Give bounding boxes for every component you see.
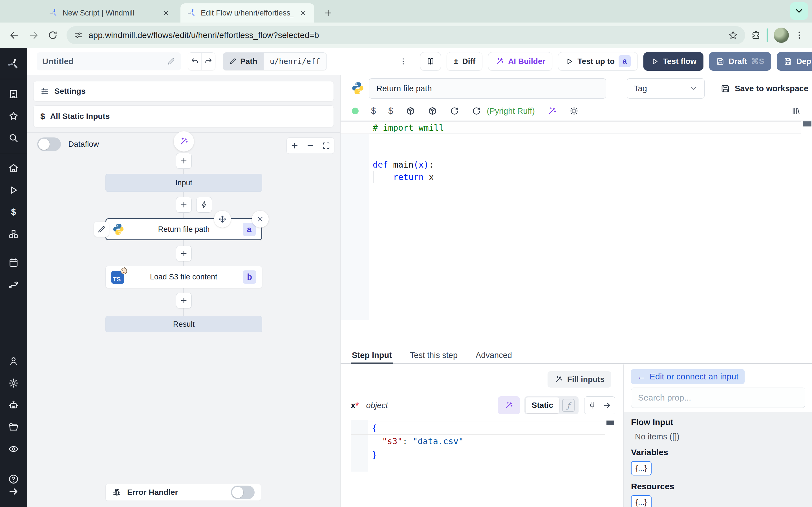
static-mode-button[interactable]: Static — [525, 397, 559, 413]
flow-name-field[interactable]: Untitled — [37, 52, 181, 70]
docs-button[interactable] — [420, 52, 441, 71]
arrow-right-icon[interactable] — [600, 397, 615, 414]
edit-name-pencil-icon[interactable] — [167, 57, 175, 66]
tag-select[interactable]: Tag — [627, 78, 705, 99]
tab-close-icon[interactable] — [298, 8, 308, 18]
json-content[interactable]: { "s3": "data.csv"} — [372, 421, 605, 462]
add-trigger-button[interactable] — [196, 197, 212, 213]
library-icon[interactable] — [791, 106, 801, 116]
more-options-icon[interactable] — [397, 52, 409, 70]
test-up-to-button[interactable]: Test up to a — [558, 52, 638, 71]
all-static-inputs-row[interactable]: $ All Static Inputs — [33, 105, 334, 127]
zoom-in-icon[interactable] — [287, 138, 303, 154]
windmill-logo-icon[interactable] — [7, 58, 20, 70]
sidebar-item-home[interactable] — [7, 162, 20, 174]
save-to-workspace-button[interactable]: Save to workspace — [721, 80, 808, 96]
sidebar-item-runs[interactable] — [7, 184, 20, 196]
lint-status[interactable]: (Pyright Ruff) — [487, 107, 535, 116]
result-node[interactable]: Result — [105, 316, 262, 332]
help-icon[interactable] — [7, 473, 20, 485]
scrollbar-thumb[interactable] — [803, 121, 811, 126]
gear-icon[interactable] — [7, 377, 20, 389]
add-step-button[interactable] — [176, 293, 192, 308]
tab-search-button[interactable] — [790, 2, 808, 20]
path-group[interactable]: Path u/henri/eff — [223, 52, 327, 70]
tab-close-icon[interactable] — [161, 8, 171, 18]
settings-row[interactable]: Settings — [33, 81, 334, 101]
edit-step-pencil-icon[interactable] — [94, 222, 109, 237]
ai-flow-wand-button[interactable] — [174, 131, 194, 152]
sidebar-item-resources[interactable] — [7, 228, 20, 240]
error-handler-row[interactable]: Error Handler — [105, 484, 261, 501]
collapse-sidebar-icon[interactable] — [7, 485, 20, 498]
test-flow-button[interactable]: Test flow — [644, 52, 703, 71]
back-icon[interactable] — [6, 27, 22, 43]
tab-new-script[interactable]: New Script | Windmill — [42, 3, 177, 22]
editor-settings-gear-icon[interactable] — [569, 106, 579, 116]
package-icon[interactable] — [428, 106, 437, 116]
ai-wand-icon[interactable] — [547, 106, 557, 116]
variables-icon[interactable]: $ — [388, 106, 393, 116]
assets-icon[interactable]: $ — [371, 106, 376, 116]
zoom-out-icon[interactable] — [303, 138, 318, 154]
tab-test-this-step[interactable]: Test this step — [409, 347, 459, 363]
error-handler-toggle[interactable] — [231, 486, 255, 499]
draft-button[interactable]: Draft ⌘S — [709, 52, 771, 71]
folder-icon[interactable] — [7, 421, 20, 433]
sidebar-item-variables[interactable]: $ — [7, 206, 20, 218]
site-settings-icon[interactable] — [74, 31, 83, 40]
move-step-handle[interactable] — [214, 211, 231, 228]
eye-icon[interactable] — [7, 443, 20, 455]
code-editor[interactable]: # import wmill def main(x): return x — [341, 121, 812, 320]
path-value[interactable]: u/henri/eff — [264, 52, 327, 70]
undo-icon[interactable] — [188, 53, 202, 70]
tab-step-input[interactable]: Step Input — [351, 347, 393, 363]
step-summary-input[interactable] — [369, 78, 606, 99]
add-step-button[interactable] — [176, 245, 192, 262]
reload-icon[interactable] — [450, 106, 459, 116]
tab-advanced[interactable]: Advanced — [474, 347, 513, 363]
bookmark-star-icon[interactable] — [728, 31, 738, 40]
browser-menu-icon[interactable] — [795, 31, 804, 40]
diff-button[interactable]: ±Diff — [447, 52, 483, 71]
package-icon[interactable] — [406, 106, 415, 116]
input-node[interactable]: Input — [105, 174, 262, 192]
sidebar-item-users[interactable] — [7, 355, 20, 367]
variables-expand-button[interactable]: {...} — [631, 461, 652, 475]
search-icon[interactable] — [7, 132, 20, 144]
edit-or-connect-button[interactable]: ← Edit or connect an input — [631, 369, 745, 384]
new-tab-button[interactable] — [321, 6, 335, 20]
add-step-button[interactable] — [176, 153, 192, 169]
ai-builder-button[interactable]: AI Builder — [488, 52, 552, 71]
extensions-icon[interactable] — [751, 30, 761, 40]
reload-icon[interactable] — [45, 27, 61, 43]
step-node-a[interactable]: Return file path a — [105, 218, 262, 240]
redo-icon[interactable] — [202, 53, 215, 70]
tab-edit-flow[interactable]: Edit Flow u/henri/effortless_fl — [181, 3, 314, 22]
sidebar-item-ai[interactable] — [7, 399, 20, 411]
plug-icon[interactable] — [585, 397, 600, 414]
ai-fill-wand-button[interactable] — [498, 396, 520, 414]
deploy-button[interactable]: Deploy — [777, 52, 812, 71]
dataflow-toggle[interactable] — [37, 137, 61, 151]
fit-view-icon[interactable] — [318, 138, 334, 154]
fill-inputs-button[interactable]: Fill inputs — [548, 371, 611, 388]
search-prop-input[interactable] — [631, 388, 805, 408]
resources-expand-button[interactable]: {...} — [631, 495, 652, 507]
address-bar[interactable]: app.windmill.dev/flows/edit/u/henri/effo… — [66, 26, 745, 44]
step-node-b[interactable]: TS Load S3 file content b — [105, 266, 262, 288]
json-input-editor[interactable]: { "s3": "data.csv"} — [351, 420, 615, 472]
forward-icon[interactable] — [26, 27, 42, 43]
delete-step-icon[interactable] — [252, 211, 269, 228]
add-step-button[interactable] — [176, 197, 192, 213]
scrollbar-thumb[interactable] — [606, 420, 614, 425]
path-button[interactable]: Path — [223, 52, 264, 70]
reset-assistant-icon[interactable] — [472, 106, 481, 116]
sidebar-item-triggers[interactable] — [7, 278, 20, 291]
sidebar-item-favorites[interactable] — [7, 110, 20, 122]
sidebar-item-workspace[interactable] — [7, 88, 20, 100]
sidebar-item-schedules[interactable] — [7, 256, 20, 269]
code-content[interactable]: # import wmill def main(x): return x — [373, 121, 801, 183]
avatar[interactable] — [774, 27, 789, 43]
expression-mode-button[interactable]: ƒ — [562, 399, 574, 412]
